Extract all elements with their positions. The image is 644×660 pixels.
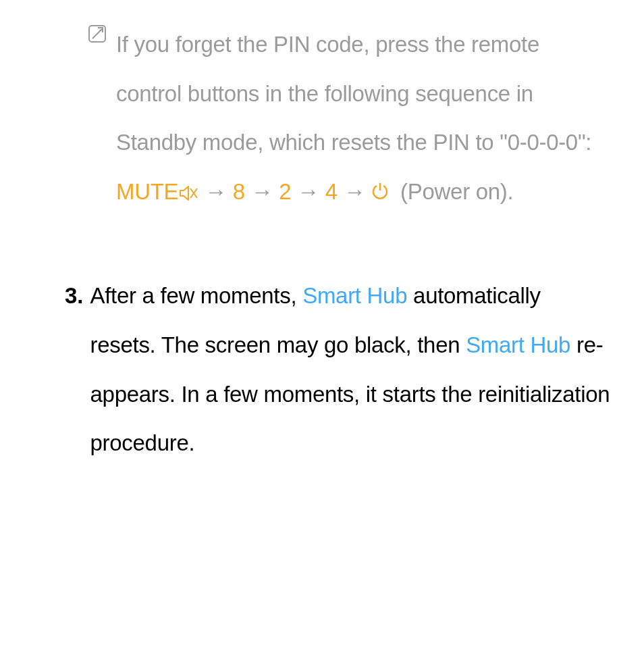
step3-t1: After a few moments,	[90, 283, 303, 308]
digit-4: 4	[325, 179, 338, 204]
arrow-4: →	[338, 179, 366, 204]
note-part1: If you forget the PIN code, press the re…	[116, 32, 591, 155]
note-icon	[88, 24, 107, 46]
smart-hub-1: Smart Hub	[302, 283, 407, 308]
smart-hub-2: Smart Hub	[466, 332, 570, 357]
digit-8: 8	[233, 179, 245, 204]
digit-2: 2	[279, 179, 291, 204]
mute-label: MUTE	[116, 179, 178, 204]
mute-icon	[180, 169, 198, 218]
step-3: 3. After a few moments, Smart Hub automa…	[65, 272, 610, 467]
power-tail: (Power on).	[394, 179, 513, 204]
arrow-2: →	[245, 179, 279, 204]
note-block: If you forget the PIN code, press the re…	[88, 20, 610, 218]
svg-line-1	[92, 29, 102, 39]
mute-group: MUTE	[116, 179, 198, 204]
step-3-number: 3.	[65, 272, 84, 321]
arrow-1: →	[198, 179, 232, 204]
power-icon	[371, 168, 389, 218]
step-3-text: After a few moments, Smart Hub automatic…	[90, 272, 610, 467]
note-text: If you forget the PIN code, press the re…	[116, 20, 610, 218]
arrow-3: →	[291, 179, 325, 204]
